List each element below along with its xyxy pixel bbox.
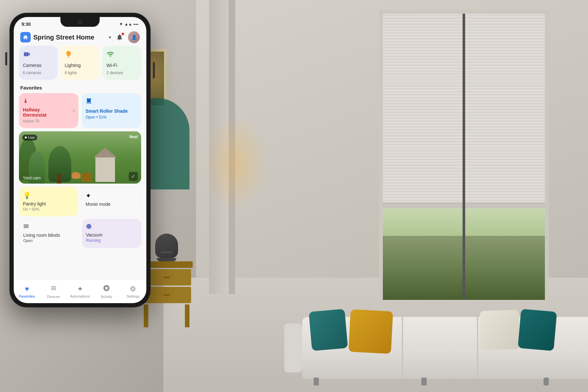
pillow-teal-right: [518, 309, 557, 351]
front-camera: [78, 20, 82, 24]
thermostat-name: Hallwaythermostat: [23, 107, 74, 118]
vacuum-icon: [86, 223, 137, 231]
cameras-card[interactable]: Cameras 6 cameras: [19, 46, 57, 80]
nav-activity[interactable]: Activity: [93, 280, 120, 303]
status-icons: ▼ ▲▲ ▪▪▪▪: [119, 22, 139, 26]
lighting-icon: [65, 50, 95, 60]
roller-shade-card[interactable]: Smart Roller Shade Open • 51%: [82, 93, 141, 128]
vacuum-name: Vacuum: [86, 232, 137, 237]
sofa-divider-1: [402, 314, 403, 379]
speaker-base: [157, 258, 176, 261]
sofa-leg-3: [421, 378, 427, 385]
wifi-card[interactable]: Wi-Fi 2 devices: [103, 46, 141, 80]
speaker-dot-2: [164, 252, 166, 253]
yard-dog: [72, 172, 81, 179]
screen-content[interactable]: Cameras 6 cameras Lighting 8 lights: [14, 46, 146, 297]
sofa-arm-left: [284, 323, 302, 372]
automations-nav-label: Automations: [70, 294, 90, 298]
sofa-leg-2: [544, 378, 549, 385]
blinds-icon: [23, 224, 74, 231]
cameras-count: 6 cameras: [23, 71, 54, 75]
nav-settings[interactable]: ⚙ Settings: [120, 280, 146, 303]
side-table-leg-right: [185, 304, 189, 327]
wall-column-left: [209, 0, 229, 294]
wifi-status-icon: ▼: [119, 22, 123, 26]
vacuum-card[interactable]: Vacuum Running: [82, 219, 141, 248]
wifi-count: 2 devices: [106, 71, 137, 75]
volume-button: [5, 52, 7, 65]
favorites-section-title: Favorites: [14, 84, 146, 93]
devices-nav-icon: [50, 285, 57, 294]
devices-nav-label: Devices: [47, 295, 60, 299]
automations-nav-icon: ✦: [77, 285, 83, 293]
yard-house: [95, 156, 115, 182]
sofa-leg-1: [314, 378, 319, 385]
thermostat-icon: 🌡: [23, 98, 74, 105]
thermostat-status: Indoor 70: [23, 119, 74, 123]
sofa-divider-2: [477, 314, 478, 379]
camera-expand-button[interactable]: [129, 172, 138, 181]
window-frame: [379, 10, 549, 304]
google-speaker: [154, 234, 180, 263]
thermostat-card[interactable]: 🌡 Hallwaythermostat Indoor 70 ›: [19, 93, 78, 128]
thermostat-arrow-icon: ›: [73, 108, 74, 114]
window-bar-vertical: [463, 14, 465, 300]
lighting-card[interactable]: Lighting 8 lights: [61, 46, 99, 80]
battery-status-icon: ▪▪▪▪: [133, 22, 139, 26]
pillow-teal-left: [309, 309, 348, 351]
roller-shade-status: Open • 51%: [86, 115, 137, 120]
speaker-body: [155, 234, 178, 258]
cameras-label: Cameras: [23, 63, 54, 68]
favorites-nav-icon: ♥: [25, 285, 29, 293]
app-header: Spring Street Home ▾ 👤: [14, 29, 146, 46]
home-brand-icon: [20, 32, 31, 42]
roller-shade-name: Smart Roller Shade: [86, 108, 137, 114]
nav-favorites[interactable]: ♥ Favorites: [14, 280, 40, 303]
pantry-light-name: Pantry light: [23, 201, 74, 206]
settings-nav-label: Settings: [127, 294, 140, 298]
third-favorites-row: Living room blinds Open Vacuum Runn: [14, 219, 146, 251]
favorites-nav-label: Favorites: [19, 294, 35, 298]
phone-body: 9:30 ▼ ▲▲ ▪▪▪▪ Spring Street Home ▾: [10, 13, 150, 307]
user-avatar[interactable]: 👤: [128, 31, 140, 43]
home-dropdown-chevron[interactable]: ▾: [109, 35, 111, 40]
living-room-blinds-card[interactable]: Living room blinds Open: [19, 219, 79, 248]
pantry-light-card[interactable]: 💡 Pantry light On • 50%: [19, 187, 78, 216]
activity-nav-label: Activity: [101, 295, 112, 299]
device-cards-row: Cameras 6 cameras Lighting 8 lights: [14, 46, 146, 84]
home-name-label: Spring Street Home: [33, 34, 106, 41]
camera-brand-badge: Nest: [129, 135, 138, 139]
phone-device: 9:30 ▼ ▲▲ ▪▪▪▪ Spring Street Home ▾: [10, 13, 150, 372]
phone-screen: 9:30 ▼ ▲▲ ▪▪▪▪ Spring Street Home ▾: [14, 17, 146, 303]
cameras-icon: [23, 50, 54, 60]
favorites-row: 🌡 Hallwaythermostat Indoor 70 › Smart Ro…: [14, 93, 146, 131]
nav-automations[interactable]: ✦ Automations: [67, 280, 93, 303]
yard-house-roof: [93, 148, 117, 157]
signal-status-icon: ▲▲: [124, 22, 132, 26]
nav-devices[interactable]: Devices: [40, 280, 67, 303]
speaker-dot-3: [167, 252, 169, 253]
power-button: [153, 62, 155, 78]
sofa-seat: [302, 350, 588, 379]
camera-feed[interactable]: Live Nest Yard cam: [19, 131, 141, 184]
status-time: 9:30: [22, 22, 31, 27]
yard-doghouse: [82, 173, 92, 182]
live-indicator-dot: [25, 137, 27, 139]
roller-shade-icon: [86, 98, 137, 106]
blinds-status: Open: [23, 238, 74, 243]
camera-name-label: Yard cam: [23, 175, 41, 180]
movie-mode-icon: ✦: [86, 192, 137, 200]
wall-column-right: [229, 0, 235, 294]
movie-mode-card[interactable]: ✦ Movie mode: [81, 187, 141, 216]
camera-live-badge: Live: [22, 135, 37, 140]
bottom-navigation: ♥ Favorites Devices ✦ Automations: [14, 280, 146, 303]
notification-button[interactable]: [114, 31, 125, 43]
activity-nav-icon: [103, 285, 110, 294]
speaker-dot-1: [161, 252, 163, 253]
movie-mode-name: Movie mode: [86, 202, 137, 207]
yard-tree-trunk: [57, 174, 61, 184]
settings-nav-icon: ⚙: [130, 285, 136, 293]
lighting-count: 8 lights: [65, 71, 95, 75]
vacuum-status: Running: [86, 238, 137, 243]
wifi-label: Wi-Fi: [106, 63, 137, 68]
